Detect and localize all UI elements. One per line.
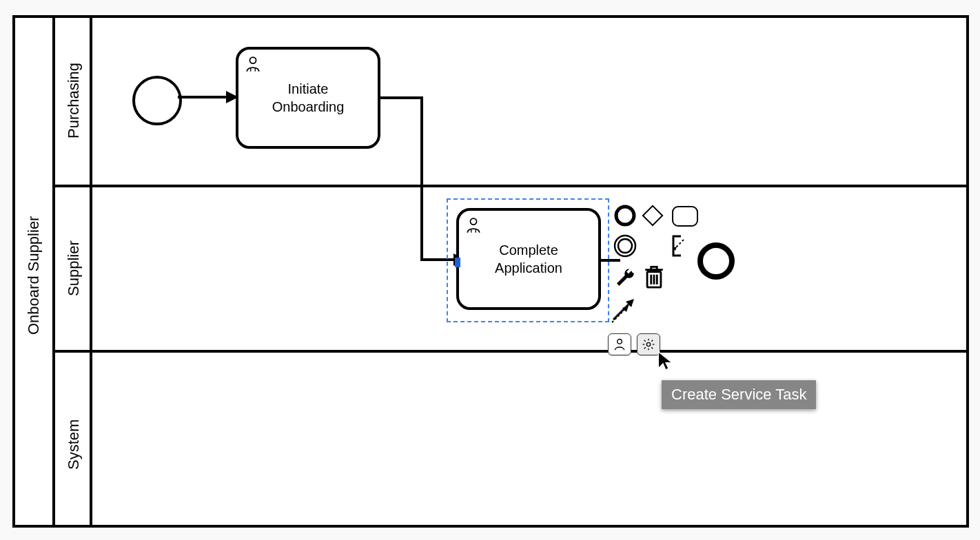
context-pad-gateway-icon[interactable] xyxy=(641,204,664,227)
svg-line-34 xyxy=(644,340,646,342)
lane-title-divider xyxy=(90,15,92,528)
context-pad-trash-icon[interactable] xyxy=(642,264,666,291)
lane-title-supplier: Supplier xyxy=(65,234,83,303)
diagram-canvas[interactable]: Onboard Supplier Purchasing Supplier Sys… xyxy=(0,0,980,540)
lane-title-system: System xyxy=(65,413,83,475)
svg-point-28 xyxy=(617,340,622,344)
svg-rect-11 xyxy=(643,206,662,225)
context-pad-task-icon[interactable] xyxy=(671,205,699,227)
gear-icon xyxy=(642,338,655,351)
context-pad-wrench-icon[interactable] xyxy=(613,266,637,289)
svg-line-37 xyxy=(644,347,646,349)
lane-divider-2 xyxy=(55,350,969,353)
sequence-flow-1[interactable] xyxy=(176,87,238,107)
pool-title: Onboard Supplier xyxy=(25,207,43,344)
resize-handle[interactable] xyxy=(455,258,460,267)
task-label: Complete Application xyxy=(495,241,562,277)
tooltip: Create Service Task xyxy=(662,380,816,409)
task-initiate-onboarding[interactable]: Initiate Onboarding xyxy=(236,47,380,149)
svg-point-10 xyxy=(616,207,634,225)
cursor-icon xyxy=(656,350,675,372)
svg-point-29 xyxy=(646,342,650,346)
svg-point-14 xyxy=(618,239,632,253)
lane-title-purchasing: Purchasing xyxy=(65,59,83,142)
svg-line-35 xyxy=(651,347,653,349)
speed-button-user-task[interactable] xyxy=(608,333,631,355)
context-pad-intermediate-event-icon[interactable] xyxy=(612,233,638,259)
context-pad-text-annotation-icon[interactable] xyxy=(671,234,692,258)
context-pad-event-icon[interactable] xyxy=(613,204,637,227)
user-icon xyxy=(465,216,482,234)
start-event[interactable] xyxy=(132,76,182,125)
user-icon xyxy=(244,55,262,73)
svg-point-2 xyxy=(249,57,256,63)
user-icon xyxy=(613,338,626,351)
pool-title-divider xyxy=(52,15,55,528)
context-pad-end-event-icon[interactable] xyxy=(696,241,736,281)
lane-divider-1 xyxy=(55,185,969,187)
task-complete-application[interactable]: Complete Application xyxy=(456,208,601,310)
svg-point-6 xyxy=(470,218,476,225)
svg-rect-12 xyxy=(673,207,697,226)
svg-line-36 xyxy=(651,340,653,342)
task-label: Initiate Onboarding xyxy=(272,80,345,116)
svg-rect-20 xyxy=(651,267,657,269)
context-pad-connect-icon[interactable] xyxy=(611,296,638,324)
svg-point-17 xyxy=(700,245,732,277)
